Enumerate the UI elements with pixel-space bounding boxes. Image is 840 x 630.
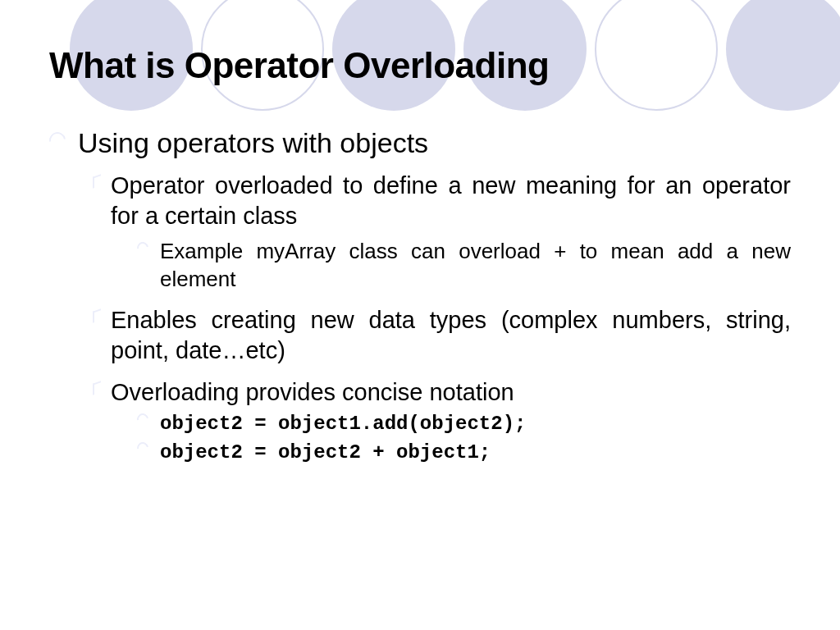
bullet-level2: Enables creating new data types (complex… bbox=[111, 305, 791, 366]
bullet-circle-icon bbox=[135, 411, 150, 427]
bullet-text: Overloading provides concise notation bbox=[111, 377, 791, 408]
slide-title: What is Operator Overloading bbox=[49, 45, 791, 86]
bullet-level3: Example myArray class can overload + to … bbox=[160, 238, 791, 294]
bullet-chevron-icon bbox=[93, 381, 101, 395]
slide-content: What is Operator Overloading Using opera… bbox=[0, 0, 840, 466]
bullet-text: Using operators with objects bbox=[78, 127, 428, 158]
code-text: object2 = object2 + object1; bbox=[160, 440, 791, 465]
bullet-level2: Operator overloaded to define a new mean… bbox=[111, 171, 791, 231]
bullet-circle-icon bbox=[135, 240, 150, 255]
code-text: object2 = object1.add(object2); bbox=[160, 411, 791, 436]
bullet-level3-code: object2 = object2 + object1; bbox=[160, 440, 791, 465]
bullet-circle-icon bbox=[135, 441, 150, 456]
bullet-level1: Using operators with objects bbox=[78, 127, 791, 159]
bullet-level3-code: object2 = object1.add(object2); bbox=[160, 411, 791, 436]
bullet-chevron-icon bbox=[93, 174, 101, 189]
bullet-level2: Overloading provides concise notation bbox=[111, 377, 791, 408]
bullet-text: Example myArray class can overload + to … bbox=[160, 238, 791, 294]
bullet-text: Enables creating new data types (complex… bbox=[111, 305, 791, 366]
bullet-chevron-icon bbox=[93, 308, 101, 323]
bullet-circle-icon bbox=[46, 129, 69, 152]
bullet-text: Operator overloaded to define a new mean… bbox=[111, 171, 791, 231]
